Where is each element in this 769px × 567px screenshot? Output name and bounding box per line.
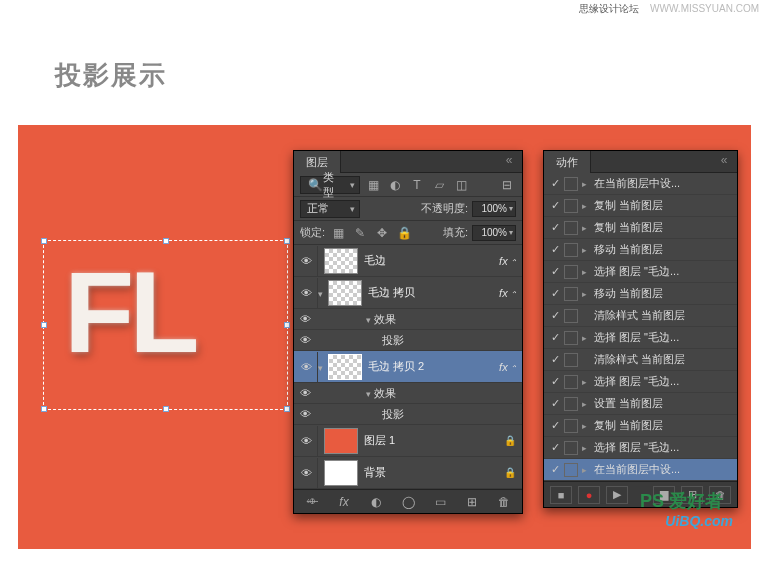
check-icon[interactable]: ✓ <box>546 463 564 476</box>
handle-mr[interactable] <box>284 322 290 328</box>
layer-row[interactable]: 毛边 fx <box>294 245 522 277</box>
visibility-icon[interactable] <box>296 352 318 382</box>
fx-badge[interactable]: fx <box>494 287 522 299</box>
expand-icon[interactable]: ▸ <box>582 245 594 255</box>
layer-thumb[interactable] <box>324 428 358 454</box>
handle-ml[interactable] <box>41 322 47 328</box>
handle-tm[interactable] <box>163 238 169 244</box>
toggle-box[interactable] <box>564 199 578 213</box>
action-row[interactable]: ✓▸选择 图层 "毛边... <box>544 371 737 393</box>
chevron-icon[interactable] <box>366 313 371 325</box>
action-row[interactable]: ✓▸选择 图层 "毛边... <box>544 261 737 283</box>
toggle-box[interactable] <box>564 309 578 323</box>
handle-br[interactable] <box>284 406 290 412</box>
action-row[interactable]: ✓▸选择 图层 "毛边... <box>544 327 737 349</box>
toggle-box[interactable] <box>564 463 578 477</box>
action-row[interactable]: ✓▸复制 当前图层 <box>544 195 737 217</box>
toggle-box[interactable] <box>564 397 578 411</box>
check-icon[interactable]: ✓ <box>546 353 564 366</box>
opacity-input[interactable]: 100% <box>472 201 516 217</box>
check-icon[interactable]: ✓ <box>546 243 564 256</box>
expand-icon[interactable]: ▸ <box>582 201 594 211</box>
check-icon[interactable]: ✓ <box>546 397 564 410</box>
layer-name[interactable]: 毛边 <box>364 253 494 268</box>
mask-icon[interactable]: ◐ <box>367 493 385 511</box>
check-icon[interactable]: ✓ <box>546 331 564 344</box>
transform-selection[interactable]: FL <box>43 240 288 410</box>
expand-icon[interactable]: ▸ <box>582 399 594 409</box>
layer-thumb[interactable] <box>328 280 362 306</box>
adjust-icon[interactable]: ◯ <box>399 493 417 511</box>
visibility-icon[interactable] <box>296 278 318 308</box>
check-icon[interactable]: ✓ <box>546 375 564 388</box>
lock-paint-icon[interactable]: ✎ <box>351 224 369 242</box>
filter-shape-icon[interactable]: ▱ <box>430 176 448 194</box>
fx-badge[interactable]: fx <box>494 361 522 373</box>
action-row[interactable]: ✓清除样式 当前图层 <box>544 305 737 327</box>
action-row[interactable]: ✓▸复制 当前图层 <box>544 415 737 437</box>
layer-thumb[interactable] <box>328 354 362 380</box>
layer-row[interactable]: 背景 🔒 <box>294 457 522 489</box>
expand-icon[interactable]: ▸ <box>582 267 594 277</box>
handle-tl[interactable] <box>41 238 47 244</box>
action-row[interactable]: ✓▸在当前图层中设... <box>544 173 737 195</box>
toggle-box[interactable] <box>564 331 578 345</box>
expand-icon[interactable] <box>318 287 328 299</box>
expand-icon[interactable]: ▸ <box>582 223 594 233</box>
action-row[interactable]: ✓▸复制 当前图层 <box>544 217 737 239</box>
visibility-icon[interactable] <box>294 404 316 424</box>
expand-icon[interactable]: ▸ <box>582 333 594 343</box>
filter-toggle[interactable]: ⊟ <box>498 176 516 194</box>
toggle-box[interactable] <box>564 419 578 433</box>
action-row[interactable]: ✓清除样式 当前图层 <box>544 349 737 371</box>
tab-actions[interactable]: 动作 <box>544 151 591 173</box>
collapse-icon[interactable]: « <box>500 151 518 169</box>
visibility-icon[interactable] <box>294 383 316 403</box>
check-icon[interactable]: ✓ <box>546 287 564 300</box>
action-row[interactable]: ✓▸移动 当前图层 <box>544 283 737 305</box>
record-button[interactable]: ● <box>578 486 600 504</box>
handle-tr[interactable] <box>284 238 290 244</box>
action-row[interactable]: ✓▸选择 图层 "毛边... <box>544 437 737 459</box>
visibility-icon[interactable] <box>296 426 318 456</box>
check-icon[interactable]: ✓ <box>546 419 564 432</box>
check-icon[interactable]: ✓ <box>546 177 564 190</box>
blend-mode-select[interactable]: 正常 <box>300 200 360 218</box>
stop-button[interactable]: ■ <box>550 486 572 504</box>
fill-input[interactable]: 100% <box>472 225 516 241</box>
toggle-box[interactable] <box>564 265 578 279</box>
fx-badge[interactable]: fx <box>494 255 522 267</box>
filter-smart-icon[interactable]: ◫ <box>452 176 470 194</box>
expand-icon[interactable]: ▸ <box>582 179 594 189</box>
check-icon[interactable]: ✓ <box>546 221 564 234</box>
lock-move-icon[interactable]: ✥ <box>373 224 391 242</box>
visibility-icon[interactable] <box>296 458 318 488</box>
action-row[interactable]: ✓▸在当前图层中设... <box>544 459 737 481</box>
action-row[interactable]: ✓▸设置 当前图层 <box>544 393 737 415</box>
visibility-icon[interactable] <box>296 246 318 276</box>
expand-icon[interactable]: ▸ <box>582 377 594 387</box>
toggle-box[interactable] <box>564 177 578 191</box>
layer-row[interactable]: 毛边 拷贝 fx <box>294 277 522 309</box>
layer-name[interactable]: 图层 1 <box>364 433 504 448</box>
toggle-box[interactable] <box>564 221 578 235</box>
toggle-box[interactable] <box>564 243 578 257</box>
collapse-icon[interactable]: « <box>715 151 733 169</box>
effect-row[interactable]: 效果 <box>294 383 522 404</box>
effect-row[interactable]: 投影 <box>294 404 522 425</box>
expand-icon[interactable] <box>318 361 328 373</box>
check-icon[interactable]: ✓ <box>546 441 564 454</box>
check-icon[interactable]: ✓ <box>546 199 564 212</box>
handle-bm[interactable] <box>163 406 169 412</box>
effect-row[interactable]: 投影 <box>294 330 522 351</box>
expand-icon[interactable]: ▸ <box>582 443 594 453</box>
play-button[interactable]: ▶ <box>606 486 628 504</box>
filter-type-icon[interactable]: T <box>408 176 426 194</box>
expand-icon[interactable]: ▸ <box>582 289 594 299</box>
layer-name[interactable]: 毛边 拷贝 <box>368 285 494 300</box>
filter-adjust-icon[interactable]: ◐ <box>386 176 404 194</box>
lock-icon[interactable]: 🔒 <box>504 467 522 478</box>
layer-name[interactable]: 背景 <box>364 465 504 480</box>
group-icon[interactable]: ▭ <box>431 493 449 511</box>
filter-select[interactable]: 🔍类型 <box>300 176 360 194</box>
